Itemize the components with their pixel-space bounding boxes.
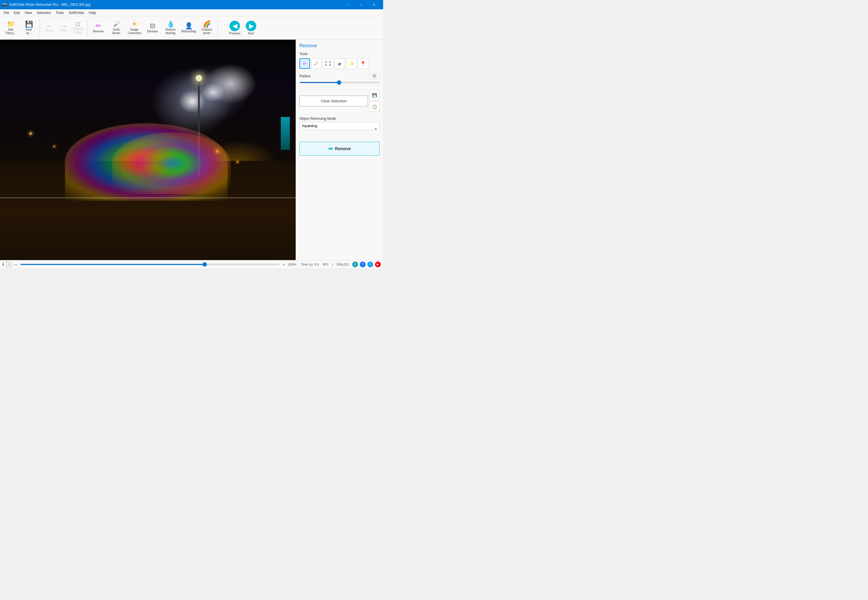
save-to-file-btn[interactable]: 💾: [369, 90, 380, 100]
save-as-label: Saveas...: [26, 28, 32, 35]
menu-tools[interactable]: Tools: [53, 9, 66, 16]
menu-softorbits[interactable]: SoftOrbits: [66, 9, 86, 16]
social-icons: ℹ f t ▶: [352, 262, 381, 267]
title-bar: 📷 SoftOrbits Photo Retoucher Pro - IMG_2…: [0, 0, 383, 9]
remove-button-label: Remove: [335, 146, 351, 151]
clear-selection-row: Clear Selection 💾 📋: [300, 90, 380, 112]
undo-icon: ↩: [47, 24, 52, 29]
redo-icon: ↪: [62, 24, 66, 29]
object-removing-mode-label: Object Removing Mode: [300, 117, 380, 121]
denoise-icon: ⊟: [150, 23, 155, 29]
title-text: SoftOrbits Photo Retoucher Pro - IMG_295…: [9, 3, 341, 7]
maximize-button[interactable]: □: [354, 0, 367, 9]
remove-button[interactable]: ➡ Remove: [300, 142, 380, 156]
rect-select-icon: [326, 62, 331, 65]
rect-select-btn[interactable]: [323, 58, 333, 69]
dimensions-label: |: [332, 263, 333, 266]
stamp-tool-btn[interactable]: 📍: [358, 58, 368, 69]
colorize-photo-label: Colorizephoto: [201, 28, 212, 35]
format-label: JPG: [323, 263, 329, 266]
retouching-button[interactable]: 👤 Retouching: [180, 18, 197, 38]
add-files-button[interactable]: 📁 AddFile(s)...: [2, 18, 19, 38]
retouching-icon: 👤: [185, 23, 193, 29]
zoom-plus-btn[interactable]: +: [282, 262, 286, 267]
time-label: Time (s): 0.0: [301, 263, 319, 266]
selection-icon-status: ⊹: [6, 262, 11, 267]
remove-label: Remove: [93, 30, 103, 33]
mode-select-wrapper: Inpainting Smart Fill Clone: [300, 122, 380, 136]
previous-icon: ◀: [229, 21, 240, 31]
window-controls: ─ □ ✕: [341, 0, 381, 9]
minimize-button[interactable]: ─: [341, 0, 354, 9]
pencil-tool-btn[interactable]: ✏: [300, 58, 310, 69]
separator-1: [39, 19, 40, 37]
radius-slider-container: [300, 80, 380, 84]
retouching-label: Retouching: [181, 30, 196, 33]
next-button[interactable]: ▶ Next: [244, 18, 259, 38]
info-icon-status: ℹ: [2, 262, 4, 267]
original-image-icon: 🖼: [76, 22, 81, 27]
image-correction-icon: ☀: [132, 21, 137, 27]
copy-btn[interactable]: 📋: [369, 102, 380, 112]
copy-icon: 📋: [372, 105, 377, 109]
info-social-btn[interactable]: ℹ: [352, 262, 358, 267]
eraser-tool-btn[interactable]: 🖊: [311, 58, 322, 69]
previous-button[interactable]: ◀ Previous: [227, 18, 242, 38]
colorful-dome-2: [112, 132, 231, 194]
canvas-area[interactable]: [0, 39, 295, 260]
lasso-tool-btn[interactable]: ⌀: [335, 58, 345, 69]
remove-tool-button[interactable]: ✏ Remove: [90, 18, 107, 38]
denoise-button[interactable]: ⊟ Denoise: [144, 18, 161, 38]
status-right: Time (s): 0.0 JPG | 300x225 ℹ f t ▶: [301, 262, 381, 267]
save-as-button[interactable]: 💾 Saveas...: [20, 18, 37, 38]
lasso-icon: ⌀: [338, 61, 341, 67]
zoom-slider[interactable]: [20, 264, 279, 265]
mode-select[interactable]: Inpainting Smart Fill Clone: [300, 122, 380, 130]
add-files-icon: 📁: [7, 21, 15, 27]
eraser-icon: 🖊: [314, 61, 319, 66]
menu-edit[interactable]: Edit: [11, 9, 22, 16]
undo-brush-button[interactable]: 🖌 UndoBrush: [108, 18, 125, 38]
menu-file[interactable]: File: [1, 9, 11, 16]
image-correction-button[interactable]: ☀ ImageCorrection: [126, 18, 143, 38]
toolbar: 📁 AddFile(s)... 💾 Saveas... ↩ Undo ↪ Red…: [0, 16, 383, 39]
reduce-blurring-label: Reduceblurring: [166, 28, 176, 35]
previous-label: Previous: [229, 32, 241, 35]
magic-wand-btn[interactable]: ✨: [346, 58, 357, 69]
radius-row: Radius 50: [300, 73, 380, 79]
original-image-label: OriginalImage: [73, 27, 83, 34]
remove-icon: ✏: [95, 23, 101, 29]
right-panel: Remove Tools ✏ 🖊 ⌀ ✨: [295, 39, 383, 260]
original-image-button[interactable]: 🖼 OriginalImage: [71, 18, 85, 38]
reduce-blurring-button[interactable]: 💧 Reduceblurring: [162, 18, 179, 38]
lamp-head: [195, 75, 202, 81]
remove-arrow-icon: ➡: [328, 145, 333, 152]
tools-row: ✏ 🖊 ⌀ ✨ 📍: [300, 58, 380, 69]
add-files-label: AddFile(s)...: [6, 28, 16, 35]
separator-2: [87, 19, 88, 37]
undo-brush-label: UndoBrush: [112, 28, 120, 35]
status-bar: ℹ ⊹ — + 289% Time (s): 0.0 JPG | 300x225…: [0, 260, 383, 268]
save-as-icon: 💾: [25, 21, 33, 27]
clear-selection-button[interactable]: Clear Selection: [300, 95, 368, 106]
undo-button[interactable]: ↩ Undo: [42, 18, 56, 38]
facebook-btn[interactable]: f: [360, 262, 366, 267]
menu-selection[interactable]: Selection: [35, 9, 53, 16]
image-correction-label: ImageCorrection: [128, 28, 141, 35]
menu-help[interactable]: Help: [86, 9, 98, 16]
redo-button[interactable]: ↪ Redo: [57, 18, 70, 38]
colorize-photo-button[interactable]: 🌈 Colorizephoto: [198, 18, 215, 38]
radius-slider[interactable]: [300, 82, 380, 83]
pencil-icon: ✏: [303, 61, 307, 67]
menu-view[interactable]: View: [22, 9, 35, 16]
app-icon: 📷: [2, 2, 7, 7]
twitter-btn[interactable]: t: [367, 262, 373, 267]
photo-canvas[interactable]: [0, 39, 295, 260]
light-1: [29, 132, 32, 135]
status-left: ℹ ⊹ — + 289%: [2, 262, 296, 267]
redo-label: Redo: [60, 29, 67, 32]
dimensions: 300x225: [336, 263, 349, 266]
youtube-btn[interactable]: ▶: [375, 262, 381, 267]
close-button[interactable]: ✕: [367, 0, 381, 9]
zoom-minus-btn[interactable]: —: [14, 262, 18, 267]
